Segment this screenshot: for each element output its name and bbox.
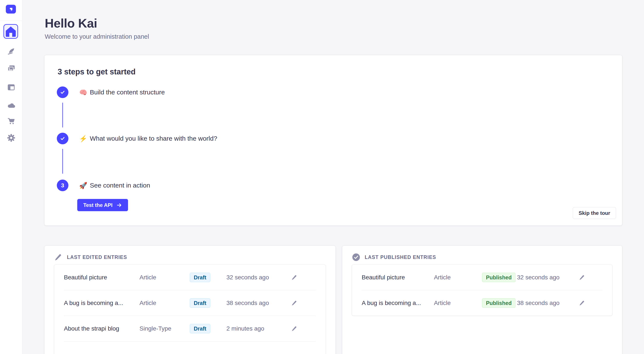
entry-title: A bug is becoming a... [362,300,434,307]
entry-kind: Article [140,300,190,307]
arrow-right-icon [116,202,122,208]
page-title: Hello Kai [45,17,149,30]
check-icon [60,89,66,95]
step-emoji-icon: ⚡ [79,135,87,142]
last-edited-header: LAST EDITED ENTRIES [54,253,127,262]
entry-title: A bug is becoming a... [64,300,140,307]
sidebar [0,0,22,354]
page-subtitle: Welcome to your administration panel [45,33,149,40]
shopping-cart-icon [7,117,15,125]
home-icon [4,25,18,38]
feather-icon [7,47,15,55]
sidebar-item-settings[interactable] [6,133,16,143]
last-edited-title: LAST EDITED ENTRIES [67,254,127,260]
entry-kind: Article [140,274,190,281]
sidebar-item-content-type-builder[interactable] [6,83,16,92]
step-done-bullet [57,86,68,98]
onboarding-step: 3🚀See content in action [57,180,150,191]
edit-pencil-icon [291,274,298,281]
last-edited-table: Beautiful pictureArticleDraft32 seconds … [54,265,326,354]
status-badge: Draft [190,273,210,282]
edit-pencil-icon [579,274,585,281]
status-badge: Draft [190,298,210,308]
step-text: Build the content structure [90,89,165,96]
entry-time: 2 minutes ago [226,325,291,332]
last-published-widget: LAST PUBLISHED ENTRIES Beautiful picture… [342,246,622,354]
sidebar-item-home[interactable] [4,24,18,39]
entry-time: 32 seconds ago [226,274,291,281]
edit-entry-button[interactable] [578,299,586,307]
edit-pencil-icon [291,326,298,332]
status-badge: Draft [190,324,210,333]
pencil-icon [54,253,62,262]
sidebar-item-marketplace[interactable] [6,117,16,126]
entry-kind: Article [434,300,482,307]
step-connector [62,103,63,127]
step-label: 🚀See content in action [79,182,150,189]
edit-pencil-icon [579,300,585,306]
sidebar-item-content-manager[interactable] [6,46,16,56]
step-label: 🧠Build the content structure [79,89,165,96]
step-text: What would you like to share with the wo… [90,135,217,142]
table-row: A bug is becoming a...ArticlePublished38… [362,290,602,316]
table-row: About the strapi blogSingle-TypeDraft2 m… [64,316,316,342]
edit-pencil-icon [291,300,298,306]
edit-entry-button[interactable] [291,325,298,332]
step-connector [62,149,63,174]
status-badge: Published [482,298,515,308]
step-label: ⚡What would you like to share with the w… [79,135,217,142]
media-images-icon [7,64,15,73]
edit-entry-button[interactable] [291,299,298,307]
entry-title: About the strapi blog [64,325,140,332]
table-row: Beautiful pictureArticlePublished32 seco… [362,265,602,290]
step-emoji-icon: 🚀 [79,182,87,189]
table-row: A bug is becoming a...ArticleDraft38 sec… [64,290,316,316]
test-the-api-label: Test the API [83,202,112,208]
check-icon [60,136,66,141]
page-header: Hello Kai Welcome to your administration… [45,17,149,40]
last-published-title: LAST PUBLISHED ENTRIES [365,254,436,260]
entry-time: 38 seconds ago [517,300,578,307]
last-edited-widget: LAST EDITED ENTRIES Beautiful pictureArt… [44,246,336,354]
strapi-logo[interactable] [6,5,16,13]
entry-kind: Single-Type [140,325,190,332]
onboarding-step: ⚡What would you like to share with the w… [57,133,217,144]
entry-kind: Article [434,274,482,281]
sidebar-item-media-library[interactable] [6,64,16,73]
layout-icon [7,83,15,91]
sidebar-item-cloud[interactable] [6,101,16,110]
check-circle-icon [352,253,360,262]
table-row: Beautiful pictureArticleDraft32 seconds … [64,265,316,290]
entry-title: Beautiful picture [64,274,140,281]
strapi-logo-icon [8,6,14,12]
onboarding-title: 3 steps to get started [58,67,136,76]
entry-time: 38 seconds ago [226,300,291,307]
sidebar-divider [0,21,22,21]
last-published-header: LAST PUBLISHED ENTRIES [352,253,436,262]
step-number-bullet: 3 [57,180,68,191]
test-the-api-button[interactable]: Test the API [77,199,128,211]
onboarding-card: 3 steps to get started 🧠Build the conten… [44,55,622,225]
step-text: See content in action [90,182,150,189]
status-badge: Published [482,273,515,282]
onboarding-step: 🧠Build the content structure [57,86,165,98]
step-emoji-icon: 🧠 [79,89,87,96]
cloud-icon [7,101,15,109]
entry-time: 32 seconds ago [517,274,578,281]
edit-entry-button[interactable] [291,274,298,281]
entry-title: Beautiful picture [362,274,434,281]
gear-icon [7,134,15,142]
skip-the-tour-button[interactable]: Skip the tour [573,207,616,219]
last-published-table: Beautiful pictureArticlePublished32 seco… [352,265,612,316]
step-done-bullet [57,133,68,144]
edit-entry-button[interactable] [578,274,586,281]
